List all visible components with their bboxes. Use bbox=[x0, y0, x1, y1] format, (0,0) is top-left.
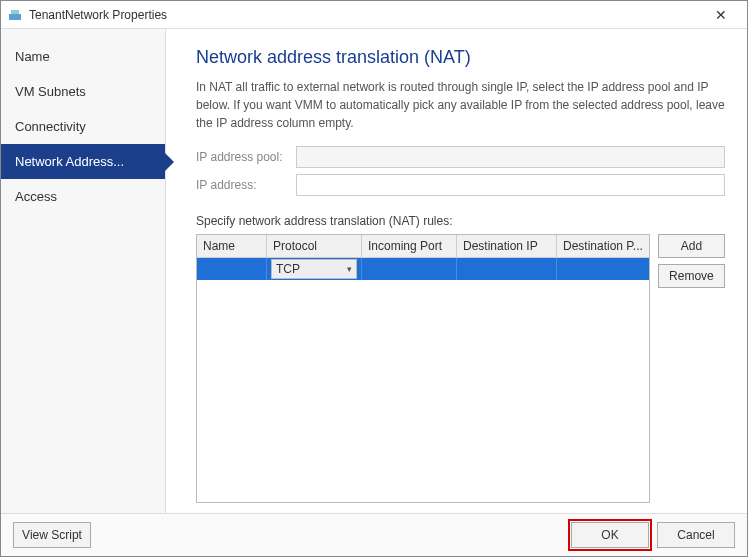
grid-header: Name Protocol Incoming Port Destination … bbox=[197, 235, 649, 258]
col-destination-port[interactable]: Destination P... bbox=[557, 235, 649, 257]
sidebar-item-connectivity[interactable]: Connectivity bbox=[1, 109, 165, 144]
ok-button[interactable]: OK bbox=[571, 522, 649, 548]
ip-address-label: IP address: bbox=[196, 178, 296, 192]
nat-rules-grid[interactable]: Name Protocol Incoming Port Destination … bbox=[196, 234, 650, 503]
cell-protocol[interactable]: TCP ▾ bbox=[267, 258, 362, 280]
main-panel: Network address translation (NAT) In NAT… bbox=[166, 29, 747, 513]
app-icon bbox=[7, 7, 23, 23]
window-title: TenantNetwork Properties bbox=[29, 8, 701, 22]
cell-destination-ip[interactable] bbox=[457, 258, 557, 280]
ip-pool-row: IP address pool: bbox=[196, 146, 725, 168]
sidebar-item-network-address[interactable]: Network Address... bbox=[1, 144, 165, 179]
ip-address-row: IP address: bbox=[196, 174, 725, 196]
footer: View Script OK Cancel bbox=[1, 513, 747, 556]
table-row[interactable]: TCP ▾ bbox=[197, 258, 649, 280]
ip-pool-label: IP address pool: bbox=[196, 150, 296, 164]
add-button[interactable]: Add bbox=[658, 234, 725, 258]
sidebar: Name VM Subnets Connectivity Network Add… bbox=[1, 29, 166, 513]
cancel-button[interactable]: Cancel bbox=[657, 522, 735, 548]
ip-address-input[interactable] bbox=[296, 174, 725, 196]
svg-rect-0 bbox=[9, 14, 21, 20]
col-name[interactable]: Name bbox=[197, 235, 267, 257]
cell-name[interactable] bbox=[197, 258, 267, 280]
sidebar-item-access[interactable]: Access bbox=[1, 179, 165, 214]
page-heading: Network address translation (NAT) bbox=[196, 47, 725, 68]
rules-label: Specify network address translation (NAT… bbox=[196, 214, 725, 228]
svg-rect-1 bbox=[11, 10, 19, 14]
sidebar-item-name[interactable]: Name bbox=[1, 39, 165, 74]
close-icon[interactable]: ✕ bbox=[701, 7, 741, 23]
chevron-down-icon[interactable]: ▾ bbox=[347, 264, 352, 274]
view-script-button[interactable]: View Script bbox=[13, 522, 91, 548]
page-description: In NAT all traffic to external network i… bbox=[196, 78, 725, 132]
col-destination-ip[interactable]: Destination IP bbox=[457, 235, 557, 257]
col-incoming-port[interactable]: Incoming Port bbox=[362, 235, 457, 257]
remove-button[interactable]: Remove bbox=[658, 264, 725, 288]
protocol-value: TCP bbox=[276, 262, 300, 276]
cell-destination-port[interactable] bbox=[557, 258, 649, 280]
title-bar: TenantNetwork Properties ✕ bbox=[1, 1, 747, 29]
cell-incoming-port[interactable] bbox=[362, 258, 457, 280]
col-protocol[interactable]: Protocol bbox=[267, 235, 362, 257]
ip-pool-select[interactable] bbox=[296, 146, 725, 168]
sidebar-item-vmsubnets[interactable]: VM Subnets bbox=[1, 74, 165, 109]
